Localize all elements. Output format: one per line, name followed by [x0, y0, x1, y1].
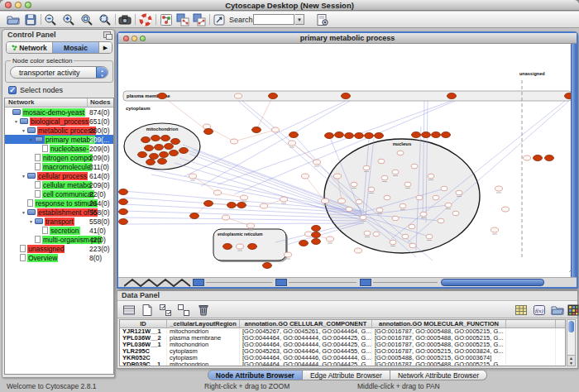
gene-node[interactable]	[373, 232, 380, 237]
tree-row-label[interactable]: establishment of lo	[37, 208, 98, 217]
layout-icon-a[interactable]	[176, 13, 189, 26]
selected-gene-node[interactable]	[375, 133, 384, 139]
table-cell[interactable]: [GO:0016787, GO:0005488, GO:0005215, G..…	[372, 328, 506, 335]
help-ring-icon[interactable]	[139, 13, 152, 26]
selected-gene-node[interactable]	[335, 132, 344, 138]
selected-gene-node[interactable]	[170, 151, 179, 156]
table-cell[interactable]	[506, 361, 556, 366]
network-tree-header[interactable]: Network Nodes	[5, 98, 113, 108]
gene-node[interactable]	[364, 231, 371, 236]
selected-gene-node[interactable]	[150, 154, 159, 160]
table-cell[interactable]	[506, 342, 556, 348]
gene-node[interactable]	[402, 234, 409, 239]
combobox-stepper-icon[interactable]: ▲▼	[96, 67, 108, 78]
expand-arrow-icon[interactable]: ▼	[22, 174, 27, 179]
selected-gene-node[interactable]	[447, 93, 457, 99]
table-row[interactable]: YPL036W__1mitochondrion[GO:0044464, GO:0…	[120, 342, 565, 348]
selected-gene-node[interactable]	[171, 139, 180, 145]
selected-gene-node[interactable]	[160, 152, 169, 158]
gene-node[interactable]	[327, 237, 334, 241]
selected-gene-node[interactable]	[161, 136, 170, 141]
table-cell[interactable]: [GO:0045263, GO:0044464, GO:0044455, G..…	[240, 348, 372, 355]
gene-node[interactable]	[381, 175, 388, 180]
tree-row[interactable]: cellular metabo209(0)	[5, 180, 113, 189]
gene-node[interactable]	[214, 190, 222, 195]
selected-gene-node[interactable]	[223, 244, 232, 250]
layout-icon-b[interactable]	[193, 13, 206, 26]
gene-node[interactable]	[223, 215, 230, 220]
selected-gene-node[interactable]	[190, 213, 199, 219]
tree-row-label[interactable]: metabolic process	[37, 127, 96, 135]
table-cell[interactable]: [GO:0016787, GO:0005215, GO:0003824, G..…	[372, 348, 506, 355]
gene-node[interactable]	[438, 218, 444, 223]
gene-node[interactable]	[452, 211, 459, 216]
selected-gene-node[interactable]	[155, 145, 164, 151]
table-cell[interactable]	[506, 328, 556, 335]
selected-gene-node[interactable]	[158, 93, 167, 99]
tree-row-label[interactable]: cellular metabo	[42, 181, 92, 189]
table-row[interactable]: YJR121W__1mitochondrion[GO:0045267, GO:0…	[120, 328, 565, 335]
selected-gene-node[interactable]	[165, 144, 174, 150]
table-row[interactable]: YKR052Ccytoplasm[GO:0044464, GO:0044446,…	[120, 355, 565, 361]
formula-builder-icon[interactable]: f(x)	[533, 304, 546, 317]
attribute-select-icon[interactable]	[122, 304, 136, 317]
tree-column-nodes[interactable]: Nodes	[90, 98, 110, 106]
selected-gene-node[interactable]	[290, 132, 299, 138]
selected-gene-node[interactable]	[263, 263, 272, 269]
gene-node[interactable]	[241, 195, 248, 200]
tree-row-label[interactable]: macromolecule	[42, 163, 92, 171]
gene-node[interactable]	[502, 207, 510, 212]
viewport-marker[interactable]	[275, 279, 287, 286]
table-cell[interactable]	[506, 348, 556, 355]
tree-row[interactable]: cell communicat22(0)	[5, 189, 113, 198]
tree-row[interactable]: nucleobase-209(0)	[5, 144, 113, 153]
selected-gene-node[interactable]	[248, 244, 257, 250]
gene-node[interactable]	[411, 164, 418, 169]
selected-gene-node[interactable]	[119, 209, 128, 215]
selected-gene-node[interactable]	[365, 133, 374, 139]
table-cell[interactable]: [GO:0044464, GO:0044444, GO:0044425, G..…	[240, 335, 372, 342]
tree-row-label[interactable]: cellular process	[37, 172, 88, 180]
search-dropdown-button[interactable]: ▼	[295, 14, 304, 25]
gene-node[interactable]	[237, 244, 244, 249]
table-cell[interactable]: YLR295C	[120, 348, 167, 355]
selected-gene-node[interactable]	[146, 160, 156, 165]
gene-node[interactable]	[346, 207, 352, 212]
tree-row-label[interactable]: mosaic-demo-yeast	[22, 108, 85, 117]
table-scrollbar-buttons[interactable]: ▲▼	[567, 355, 575, 366]
selected-gene-node[interactable]	[312, 226, 321, 232]
attribute-table-icon[interactable]	[514, 304, 528, 317]
gene-node[interactable]	[409, 224, 415, 229]
gene-node[interactable]	[235, 93, 242, 98]
table-cell[interactable]: YPL036W__1	[120, 342, 167, 348]
gene-node[interactable]	[445, 203, 452, 208]
table-cell[interactable]: plasma membrane	[167, 335, 240, 342]
gene-node[interactable]	[392, 216, 399, 221]
search-input[interactable]	[253, 14, 294, 25]
select-all-attributes-icon[interactable]	[159, 304, 172, 317]
attribute-delete-icon[interactable]	[197, 304, 210, 317]
gene-node[interactable]	[404, 182, 411, 187]
gene-node[interactable]	[313, 160, 321, 165]
table-cell[interactable]	[506, 355, 556, 361]
vizmapper-icon[interactable]	[160, 13, 173, 26]
table-row[interactable]: YDR039C__1mitochondrion[GO:0044464, GO:0…	[120, 361, 565, 366]
gene-node[interactable]	[231, 139, 238, 144]
table-cell[interactable]: mitochondrion	[167, 361, 240, 366]
float-panel-icon[interactable]	[103, 31, 111, 38]
gene-node[interactable]	[491, 227, 499, 232]
gene-node[interactable]	[426, 234, 433, 239]
table-cell[interactable]: YJR121W__1	[120, 328, 167, 335]
table-cell[interactable]: mitochondrion	[167, 342, 240, 348]
selected-gene-node[interactable]	[299, 241, 309, 246]
tab-network-attribute-browser[interactable]: Network Attribute Browser	[390, 370, 487, 380]
table-cell[interactable]: [GO:0044464, GO:0044446, GO:0044444, G..…	[240, 355, 372, 361]
network-view-window[interactable]: primary metabolic process plasma membran…	[117, 31, 578, 289]
vertical-scrollbar[interactable]	[571, 44, 577, 277]
selected-gene-node[interactable]	[432, 132, 441, 138]
table-cell[interactable]: YKR052C	[120, 355, 167, 361]
selected-gene-node[interactable]	[534, 155, 543, 161]
column-header[interactable]: ID	[120, 320, 167, 327]
select-nodes-checkbox[interactable]: ✓	[8, 86, 17, 94]
tab-overflow-button[interactable]: ▶	[99, 42, 112, 53]
